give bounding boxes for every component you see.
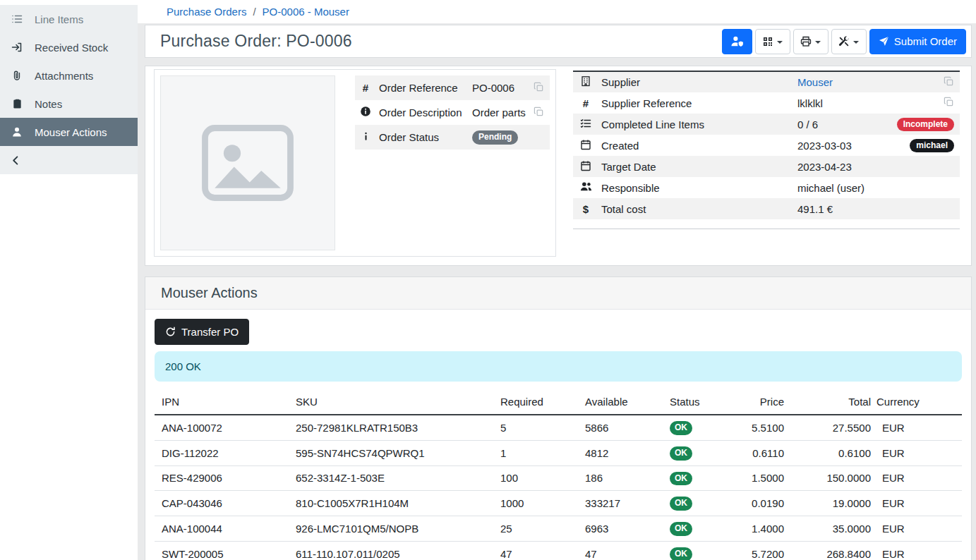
- detail-icon-cell: [573, 71, 598, 92]
- detail-label: Order Description: [376, 100, 469, 125]
- image-icon: [201, 124, 294, 202]
- copy-icon[interactable]: [534, 82, 544, 92]
- sidebar-item-label: Received Stock: [35, 42, 108, 54]
- detail-slot-cell: [894, 198, 960, 219]
- cell-sku: 926-LMC7101QM5/NOPB: [296, 516, 500, 542]
- page-title: Purchase Order: PO-0006: [160, 32, 352, 51]
- notes-icon: [11, 99, 23, 109]
- cell-total: 150.0000: [790, 465, 876, 491]
- detail-label: Created: [598, 135, 795, 156]
- detail-icon-cell: [573, 156, 598, 177]
- cell-required: 47: [500, 541, 585, 560]
- parts-row: SWT-200005611-110.107.011/02054747OK5.72…: [155, 541, 962, 560]
- sidebar-item-mouser-actions[interactable]: Mouser Actions: [0, 118, 138, 146]
- supplier-link[interactable]: Mouser: [797, 76, 833, 88]
- transfer-po-button[interactable]: Transfer PO: [155, 319, 249, 345]
- submit-order-button[interactable]: Submit Order: [869, 29, 966, 54]
- cell-sku: 810-C1005X7R1H104M: [296, 491, 500, 516]
- cell-available: 47: [585, 541, 670, 560]
- detail-label: Supplier: [598, 71, 795, 92]
- cell-total: 268.8400: [790, 541, 876, 560]
- main-area: Purchase Orders / PO-0006 - Mouser Purch…: [138, 0, 976, 560]
- parts-row: DIG-112022595-SN74HCS74QPWRQ114812OK0.61…: [155, 440, 962, 465]
- order-detail-row: Order StatusPending: [355, 125, 550, 150]
- cell-status: OK: [670, 541, 730, 560]
- cell-available: 4812: [585, 440, 670, 465]
- detail-icon-cell: [573, 177, 598, 198]
- info-icon: [361, 131, 371, 142]
- detail-slot-cell: michael: [894, 135, 960, 156]
- cell-price: 5.7200: [730, 541, 790, 560]
- order-image-placeholder[interactable]: [160, 75, 335, 250]
- copy-icon[interactable]: [944, 97, 954, 107]
- cell-ipn: SWT-200005: [155, 541, 296, 560]
- breadcrumb-separator: /: [253, 6, 255, 18]
- detail-icon-cell: [573, 114, 598, 135]
- status-alert: 200 OK: [155, 351, 962, 382]
- sidebar-item-label: Notes: [35, 98, 62, 110]
- detail-value: PO-0006: [472, 82, 514, 94]
- detail-slot-cell: [894, 177, 960, 198]
- ok-badge: OK: [670, 421, 692, 435]
- parts-header-row: IPNSKURequiredAvailableStatusPriceTotalC…: [155, 393, 962, 415]
- detail-label: Total cost: [598, 198, 795, 219]
- order-summary-panel: #Order ReferencePO-0006Order Description…: [154, 69, 556, 257]
- supplier-detail-row: Created2023-03-03michael: [573, 135, 960, 156]
- cell-status: OK: [670, 465, 730, 491]
- detail-value: lklklkl: [797, 97, 823, 109]
- cell-sku: 611-110.107.011/0205: [296, 541, 500, 560]
- paper-plane-icon: [879, 36, 889, 47]
- user-badge: michael: [910, 139, 954, 153]
- barcode-actions-button[interactable]: [755, 29, 790, 54]
- sidebar-item-received-stock[interactable]: Received Stock: [0, 33, 138, 61]
- chevron-left-icon: [11, 155, 21, 166]
- supplier-detail-row: SupplierMouser: [573, 71, 960, 92]
- cell-available: 6963: [585, 516, 670, 542]
- list-check-icon: [580, 118, 591, 129]
- ok-badge: OK: [670, 472, 692, 486]
- cell-sku: 595-SN74HCS74QPWRQ1: [296, 440, 500, 465]
- detail-value: michael (user): [797, 182, 864, 194]
- order-details-card: #Order ReferencePO-0006Order Description…: [145, 66, 972, 266]
- detail-value: 491.1 €: [797, 203, 833, 215]
- order-status-badge: Pending: [472, 130, 518, 145]
- order-actions-button[interactable]: [831, 29, 867, 54]
- print-actions-button[interactable]: [793, 29, 829, 54]
- cell-required: 5: [500, 415, 585, 440]
- detail-label: Order Reference: [376, 75, 469, 100]
- detail-value-cell: 0 / 6: [795, 114, 894, 135]
- detail-copy-cell: [530, 125, 550, 150]
- parts-row: RES-429006652-3314Z-1-503E100186OK1.5000…: [155, 465, 962, 491]
- users-icon: [580, 181, 592, 193]
- caret-down-icon: [853, 41, 859, 44]
- sidebar-item-attachments[interactable]: Attachments: [0, 61, 138, 90]
- cell-price: 5.5100: [730, 415, 790, 440]
- detail-value-cell: Pending: [469, 125, 530, 150]
- supplier-detail-row: Responsiblemichael (user): [573, 177, 960, 198]
- detail-value-cell: 491.1 €: [795, 198, 894, 219]
- copy-icon[interactable]: [534, 106, 544, 117]
- cell-ipn: ANA-100044: [155, 516, 296, 542]
- detail-label: Responsible: [598, 177, 795, 198]
- cell-currency: EUR: [876, 415, 962, 440]
- col-header-total: Total: [790, 393, 876, 415]
- list-icon: [11, 13, 23, 25]
- breadcrumb-current-order[interactable]: PO-0006 - Mouser: [263, 6, 349, 18]
- sidebar-collapse-button[interactable]: [0, 146, 138, 174]
- cell-total: 27.5500: [790, 415, 876, 440]
- sidebar-item-label: Line Items: [35, 13, 83, 25]
- cell-status: OK: [670, 491, 730, 516]
- ok-badge: OK: [670, 547, 692, 560]
- copy-icon[interactable]: [944, 76, 954, 87]
- sign-in-icon: [11, 42, 23, 53]
- detail-copy-cell: [530, 75, 550, 100]
- sidebar-item-notes[interactable]: Notes: [0, 90, 138, 118]
- col-header-price: Price: [730, 393, 790, 415]
- sidebar-item-line-items[interactable]: Line Items: [0, 5, 138, 33]
- supplier-detail-row: Target Date2023-04-23: [573, 156, 960, 177]
- user-roles-button[interactable]: [722, 29, 752, 54]
- order-detail-table: #Order ReferencePO-0006Order Description…: [355, 75, 550, 150]
- breadcrumb-purchase-orders[interactable]: Purchase Orders: [167, 6, 246, 18]
- detail-icon-cell: $: [573, 198, 598, 219]
- detail-value-cell: Mouser: [795, 71, 894, 92]
